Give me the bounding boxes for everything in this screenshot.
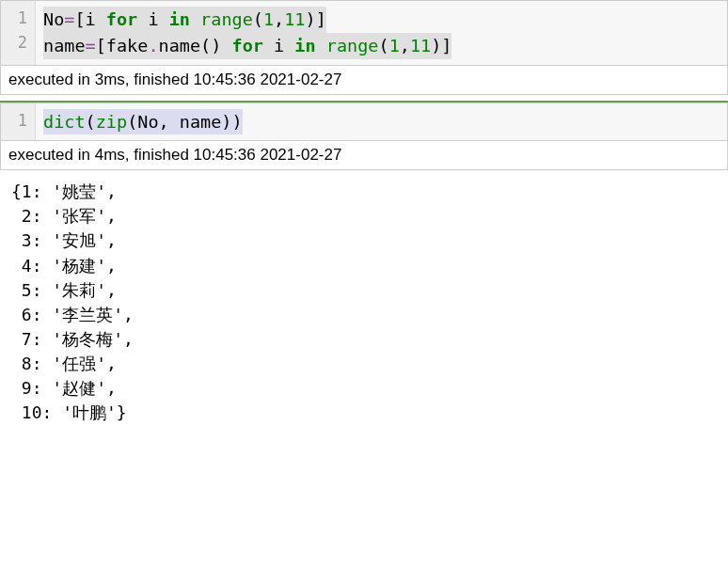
token: (No, name))	[127, 112, 243, 132]
execution-timing: executed in 4ms, finished 10:45:36 2021-…	[1, 141, 727, 169]
code-line-2: name=[fake.name() for i in range(1,11)]	[43, 33, 451, 59]
token: i	[137, 9, 168, 29]
token: i	[263, 36, 294, 55]
code-cell-2: 1 dict(zip(No, name)) executed in 4ms, f…	[0, 102, 728, 171]
code-editor[interactable]: No=[i for i in range(1,11)] name=[fake.n…	[36, 1, 727, 65]
token: =	[64, 9, 74, 29]
token: (	[86, 112, 96, 132]
token: .	[148, 36, 158, 55]
token: name()	[159, 36, 232, 55]
token: for	[232, 36, 263, 55]
token: in	[294, 36, 315, 55]
token: (	[253, 9, 263, 29]
token: (	[378, 36, 388, 55]
token	[316, 36, 326, 55]
token: range	[200, 9, 253, 29]
token: No	[43, 9, 64, 29]
execution-timing: executed in 3ms, finished 10:45:36 2021-…	[1, 66, 727, 94]
token: [fake	[96, 36, 149, 55]
token	[190, 9, 200, 29]
token: 11	[284, 9, 305, 29]
token: 1	[263, 9, 274, 29]
token: name	[43, 36, 86, 55]
token: =	[86, 36, 96, 55]
token: dict	[43, 112, 86, 132]
line-number: 2	[10, 31, 27, 55]
line-number: 1	[10, 109, 27, 134]
token: 11	[410, 36, 431, 55]
code-cell-1: 1 2 No=[i for i in range(1,11)] name=[fa…	[0, 0, 728, 95]
token: ,	[274, 9, 284, 29]
cell-output: {1: '姚莹', 2: '张军', 3: '安旭', 4: '杨建', 5: …	[0, 170, 728, 434]
code-editor[interactable]: dict(zip(No, name))	[36, 103, 727, 141]
code-line-1: dict(zip(No, name))	[43, 109, 243, 135]
token: ,	[400, 36, 410, 55]
token: for	[106, 9, 137, 29]
token: in	[169, 9, 190, 29]
code-line-1: No=[i for i in range(1,11)]	[43, 7, 326, 33]
token: zip	[96, 112, 127, 132]
line-number: 1	[10, 7, 27, 31]
token: range	[326, 36, 379, 55]
token: 1	[389, 36, 400, 55]
line-gutter: 1	[1, 103, 36, 141]
token: )]	[306, 9, 326, 29]
line-gutter: 1 2	[1, 1, 36, 65]
token: )]	[431, 36, 451, 55]
token: [i	[74, 9, 105, 29]
input-area[interactable]: 1 dict(zip(No, name))	[1, 103, 727, 142]
input-area[interactable]: 1 2 No=[i for i in range(1,11)] name=[fa…	[1, 1, 727, 66]
